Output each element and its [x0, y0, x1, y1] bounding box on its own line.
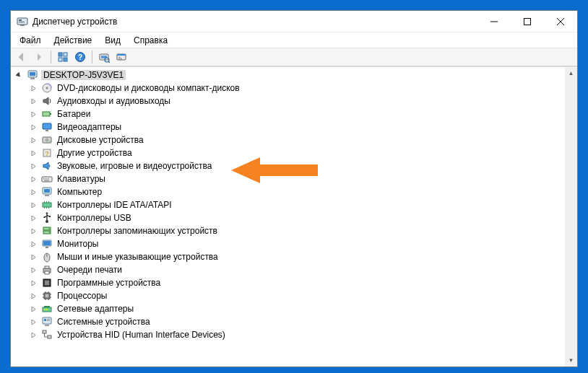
tree-item[interactable]: Устройства HID (Human Interface Devices): [25, 328, 577, 341]
tree-item[interactable]: Мониторы: [25, 237, 577, 250]
tree-item-label: Дисковые устройства: [56, 135, 145, 145]
svg-rect-69: [46, 294, 48, 297]
svg-rect-50: [48, 207, 49, 209]
vertical-scrollbar[interactable]: ▲ ▼: [565, 67, 577, 367]
back-button[interactable]: [14, 49, 30, 65]
hdd-icon: [41, 134, 53, 146]
expand-icon[interactable]: [28, 330, 38, 340]
expand-icon[interactable]: [28, 252, 38, 262]
scroll-down-icon[interactable]: ▼: [565, 354, 577, 367]
expand-icon[interactable]: [28, 317, 38, 327]
toolbar-separator: [51, 51, 51, 63]
tree-item[interactable]: Батареи: [25, 107, 577, 120]
tree-item-label: Мыши и иные указывающие устройства: [56, 252, 220, 262]
expand-icon[interactable]: [28, 226, 38, 236]
collapse-icon[interactable]: [14, 70, 24, 80]
svg-rect-44: [43, 203, 51, 207]
tree-item-label: Контроллеры запоминающих устройств: [56, 226, 219, 236]
svg-point-57: [48, 232, 49, 232]
menu-view[interactable]: Вид: [99, 34, 126, 47]
tree-item[interactable]: Звуковые, игровые и видеоустройства: [25, 159, 577, 172]
tree-item-label: Контроллеры IDE ATA/ATAPI: [56, 200, 173, 210]
expand-icon[interactable]: [28, 187, 38, 197]
tree-item[interactable]: Очереди печати: [25, 263, 577, 276]
svg-rect-45: [44, 201, 45, 203]
expand-icon[interactable]: [28, 135, 38, 145]
tree-item[interactable]: Видеоадаптеры: [25, 120, 577, 133]
svg-rect-42: [44, 189, 50, 193]
tree-item-label: Другие устройства: [56, 148, 134, 158]
expand-icon[interactable]: [28, 304, 38, 314]
expand-icon[interactable]: [28, 213, 38, 223]
tree-item-label: Батареи: [56, 109, 92, 119]
tree-item[interactable]: Контроллеры USB: [25, 211, 577, 224]
tree-item[interactable]: Компьютер: [25, 185, 577, 198]
tree-item[interactable]: Процессоры: [25, 289, 577, 302]
minimize-button[interactable]: [477, 11, 511, 32]
tree-root[interactable]: DESKTOP-J5V3VE1: [11, 69, 577, 82]
svg-rect-83: [44, 319, 46, 321]
tree-item[interactable]: Контроллеры запоминающих устройств: [25, 224, 577, 237]
expand-icon[interactable]: [28, 174, 38, 184]
expand-icon[interactable]: [28, 239, 38, 249]
tree-item[interactable]: Дисковые устройства: [25, 133, 577, 146]
root-label: DESKTOP-J5V3VE1: [41, 70, 126, 80]
tree-item[interactable]: Системные устройства: [25, 315, 577, 328]
tree-item[interactable]: Программные устройства: [25, 276, 577, 289]
expand-icon[interactable]: [28, 109, 38, 119]
show-hidden-button[interactable]: [55, 49, 71, 65]
svg-rect-67: [45, 281, 49, 285]
properties-button[interactable]: [113, 49, 129, 65]
svg-rect-49: [46, 207, 47, 209]
expand-icon[interactable]: [28, 161, 38, 171]
cpu-icon: [41, 290, 53, 302]
svg-point-32: [46, 139, 49, 142]
tree-item[interactable]: Аудиовходы и аудиовыходы: [25, 95, 577, 107]
svg-point-53: [49, 216, 51, 217]
tree-item-label: Сетевые адаптеры: [56, 304, 135, 314]
sound-icon: [41, 160, 53, 172]
tree-item[interactable]: Клавиатуры: [25, 172, 577, 185]
expand-icon[interactable]: [28, 265, 38, 275]
expand-icon[interactable]: [28, 148, 38, 158]
svg-rect-59: [43, 241, 51, 245]
tree-item[interactable]: Сетевые адаптеры: [25, 302, 577, 315]
expand-icon[interactable]: [28, 83, 38, 93]
scroll-up-icon[interactable]: ▲: [565, 67, 577, 79]
svg-point-26: [46, 87, 48, 89]
forward-button[interactable]: [31, 49, 47, 65]
tree-item-label: Видеоадаптеры: [56, 122, 123, 132]
menu-file[interactable]: Файл: [14, 34, 47, 47]
svg-rect-19: [117, 54, 126, 56]
maximize-button[interactable]: [511, 11, 544, 32]
scan-hardware-button[interactable]: [96, 49, 112, 65]
svg-rect-47: [48, 201, 49, 203]
storage-icon: [41, 225, 53, 237]
svg-rect-1: [19, 19, 22, 21]
tree-item[interactable]: ?Другие устройства: [25, 146, 577, 159]
toolbar: ?: [11, 48, 577, 66]
help-button[interactable]: ?: [72, 49, 88, 65]
tree-item-label: Устройства HID (Human Interface Devices): [56, 330, 227, 340]
tree-item[interactable]: Контроллеры IDE ATA/ATAPI: [25, 198, 577, 211]
expand-icon[interactable]: [28, 291, 38, 301]
battery-icon: [41, 108, 53, 120]
expand-icon[interactable]: [28, 200, 38, 210]
expand-icon[interactable]: [28, 278, 38, 288]
svg-rect-21: [118, 58, 122, 59]
svg-rect-3: [20, 25, 25, 26]
network-icon: [41, 303, 53, 315]
tree-item[interactable]: Мыши и иные указывающие устройства: [25, 250, 577, 263]
tree-view[interactable]: DESKTOP-J5V3VE1 DVD-дисководы и дисковод…: [11, 66, 577, 367]
tree-item[interactable]: DVD-дисководы и дисководы компакт-дисков: [25, 82, 577, 95]
svg-rect-0: [17, 18, 27, 25]
svg-line-17: [108, 61, 110, 63]
svg-rect-24: [30, 78, 35, 79]
close-button[interactable]: [544, 11, 577, 32]
expand-icon[interactable]: [28, 96, 38, 106]
menu-help[interactable]: Справка: [128, 34, 173, 47]
display-icon: [41, 121, 53, 133]
menu-action[interactable]: Действие: [48, 34, 98, 47]
keyboard-icon: [41, 173, 53, 185]
expand-icon[interactable]: [28, 122, 38, 132]
